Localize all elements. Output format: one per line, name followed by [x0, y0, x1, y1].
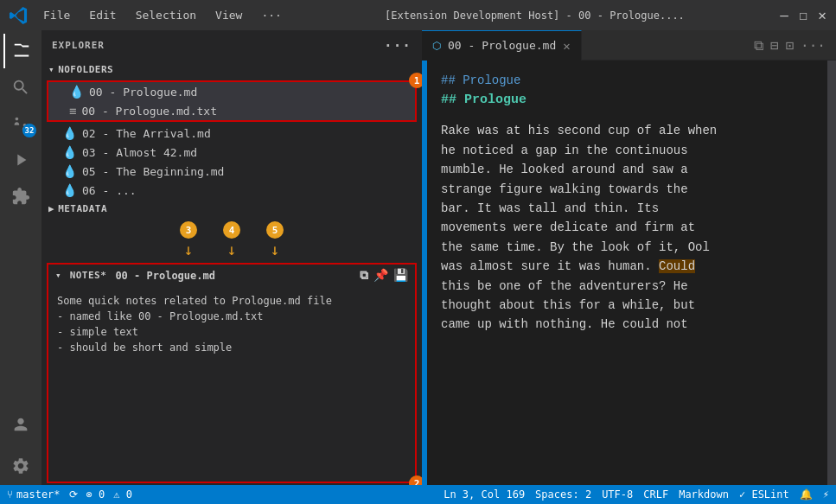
close-button[interactable]: ✕ — [817, 10, 827, 21]
status-eslint[interactable]: ✓ ESLint — [739, 488, 789, 501]
notes-line-3: - simple text — [57, 324, 406, 340]
notes-copy-icon[interactable]: ⧉ — [360, 268, 368, 283]
editor-tabs: ⬡ 00 - Prologue.md ✕ ⧉ ⊟ ⊡ ··· — [422, 30, 836, 61]
arrow-3-icon: ↓ — [184, 242, 194, 258]
activity-bar: 32 — [0, 30, 41, 485]
status-bell-icon[interactable]: 🔔 — [800, 488, 813, 501]
sidebar-toggle-icon[interactable]: ⊡ — [785, 37, 794, 54]
status-spaces[interactable]: Spaces: 2 — [535, 488, 591, 501]
status-sync[interactable]: ⟳ — [69, 488, 78, 501]
notes-actions: ⧉ 📌 💾 — [360, 268, 408, 283]
highlight-could: Could — [659, 259, 695, 273]
notes-line-4: - should be short and simple — [57, 340, 406, 355]
position-label: Ln 3, Col 169 — [444, 488, 525, 501]
file-item-prologue-md[interactable]: 💧 00 - Prologue.md — [48, 82, 415, 101]
status-position[interactable]: Ln 3, Col 169 — [444, 488, 525, 501]
maximize-button[interactable]: ☐ — [798, 10, 808, 21]
menu-view[interactable]: View — [207, 5, 251, 25]
split-editor-icon[interactable]: ⧉ — [754, 37, 763, 54]
editor-heading-blue: ## Prologue — [441, 90, 814, 111]
badge-5-circle: 5 — [266, 221, 284, 239]
source-control-badge: 32 — [22, 124, 36, 137]
status-lightning-icon[interactable]: ⚡ — [823, 488, 829, 501]
sidebar: EXPLORER ··· ▾ NOFOLDERS 💧 00 - Prologue… — [41, 30, 422, 485]
notes-line-1: Some quick notes related to Prologue.md … — [57, 293, 406, 309]
activity-search-icon[interactable] — [3, 70, 38, 105]
metadata-section-header[interactable]: ▶ METADATA — [41, 200, 422, 218]
notes-save-icon[interactable]: 💾 — [393, 268, 408, 283]
selected-files-box: 💧 00 - Prologue.md ≡ 00 - Prologue.md.tx… — [47, 80, 417, 122]
annotation-4: 4 ↓ — [223, 221, 240, 258]
editor-heading-gray: ## Prologue — [441, 71, 814, 90]
activity-files-icon[interactable] — [3, 34, 38, 68]
tab-file-icon: ⬡ — [432, 40, 441, 52]
annotation-5: 5 ↓ — [266, 221, 284, 258]
tab-label: 00 - Prologue.md — [448, 39, 556, 52]
filename-prologue-txt: 00 - Prologue.md.txt — [81, 105, 217, 118]
notes-title: NOTES* — [70, 270, 107, 281]
eslint-label: ✓ ESLint — [739, 488, 789, 501]
notes-content: Some quick notes related to Prologue.md … — [48, 286, 415, 482]
activity-extensions-icon[interactable] — [3, 179, 38, 214]
toggle-panel-icon[interactable]: ⊟ — [770, 37, 779, 54]
file-item-prologue-txt[interactable]: ≡ 00 - Prologue.md.txt — [48, 101, 415, 120]
tab-prologue[interactable]: ⬡ 00 - Prologue.md ✕ — [422, 30, 582, 61]
activity-source-control-icon[interactable]: 32 — [3, 106, 38, 141]
vscode-logo-icon — [9, 6, 28, 25]
filename-more: 06 - ... — [82, 184, 137, 197]
badge-1: 1 — [409, 73, 422, 88]
activity-settings-icon[interactable] — [3, 449, 38, 483]
notes-pin-icon[interactable]: 📌 — [373, 268, 388, 283]
minimize-button[interactable]: — — [779, 10, 789, 21]
arrow-5-icon: ↓ — [271, 242, 280, 258]
menu-file[interactable]: File — [35, 5, 79, 25]
more-actions-icon[interactable]: ··· — [801, 37, 826, 54]
more-files-list: 💧 02 - The Arrival.md 💧 03 - Almost 42.m… — [41, 124, 422, 200]
status-line-ending[interactable]: CRLF — [643, 488, 668, 501]
status-language[interactable]: Markdown — [679, 488, 729, 501]
annotation-3: 3 ↓ — [180, 221, 197, 258]
notes-arrow-icon: ▾ — [55, 270, 61, 281]
titlebar-menu: File Edit Selection View ··· — [35, 5, 290, 25]
status-warnings[interactable]: ⚠ 0 — [113, 488, 132, 501]
file-item-arrival[interactable]: 💧 02 - The Arrival.md — [41, 124, 422, 143]
statusbar-left: ⑂ master* ⟳ ⊗ 0 ⚠ 0 — [7, 488, 132, 501]
titlebar: File Edit Selection View ··· [Extension … — [0, 0, 836, 30]
notes-panel-header: ▾ NOTES* 00 - Prologue.md ⧉ 📌 💾 — [48, 265, 415, 286]
menu-edit[interactable]: Edit — [80, 5, 124, 25]
editor-scrollbar[interactable] — [827, 61, 836, 485]
branch-name: master* — [16, 488, 61, 501]
editor-body[interactable]: ## Prologue ## Prologue Rake was at his … — [427, 61, 827, 485]
activity-accounts-icon[interactable] — [3, 407, 38, 442]
more-icon: 💧 — [62, 183, 77, 197]
file-item-beginning[interactable]: 💧 05 - The Beginning.md — [41, 162, 422, 181]
file-icon-gray: ≡ — [69, 104, 76, 118]
file-item-more[interactable]: 💧 06 - ... — [41, 181, 422, 200]
filename-prologue-md: 00 - Prologue.md — [89, 86, 197, 99]
tab-close-button[interactable]: ✕ — [563, 39, 570, 53]
notes-box-container: ▾ NOTES* 00 - Prologue.md ⧉ 📌 💾 Some qui… — [47, 263, 417, 483]
line-ending-label: CRLF — [643, 488, 668, 501]
activity-run-icon[interactable] — [3, 143, 38, 177]
file-item-almost42[interactable]: 💧 03 - Almost 42.md — [41, 143, 422, 162]
errors-label: ⊗ 0 — [86, 488, 105, 501]
nofolders-label: NOFOLDERS — [58, 64, 113, 75]
beginning-icon: 💧 — [62, 164, 77, 178]
filename-arrival: 02 - The Arrival.md — [82, 127, 211, 140]
window-title: [Extension Development Host] - 00 - Prol… — [290, 10, 779, 22]
status-encoding[interactable]: UTF-8 — [602, 488, 633, 501]
editor-content: ## Prologue ## Prologue Rake was at his … — [422, 61, 836, 485]
file-icon-blue: 💧 — [69, 85, 84, 99]
status-branch[interactable]: ⑂ master* — [7, 488, 61, 501]
status-errors[interactable]: ⊗ 0 — [86, 488, 105, 501]
sidebar-more-button[interactable]: ··· — [384, 37, 412, 54]
menu-selection[interactable]: Selection — [127, 5, 205, 25]
arrow-annotations: 3 ↓ 4 ↓ 5 ↓ — [41, 218, 422, 261]
almost42-icon: 💧 — [62, 145, 77, 159]
warnings-label: ⚠ 0 — [113, 488, 132, 501]
spaces-label: Spaces: 2 — [535, 488, 591, 501]
menu-more[interactable]: ··· — [252, 5, 290, 25]
editor-area: ⬡ 00 - Prologue.md ✕ ⧉ ⊟ ⊡ ··· ## Prolog… — [422, 30, 836, 485]
nofolders-header[interactable]: ▾ NOFOLDERS — [41, 61, 422, 79]
metadata-arrow-icon: ▶ — [48, 203, 54, 214]
